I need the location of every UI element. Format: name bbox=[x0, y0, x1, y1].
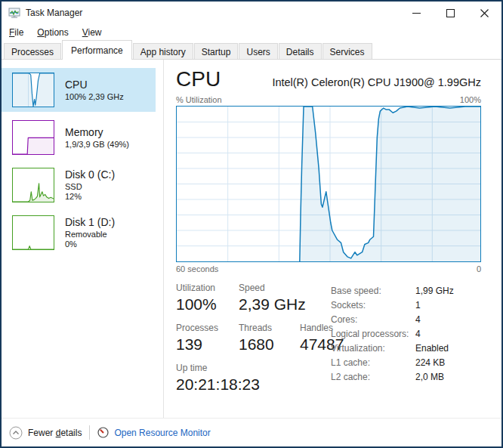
open-resource-monitor-link[interactable]: Open Resource Monitor bbox=[97, 427, 210, 438]
threads-label: Threads bbox=[239, 323, 300, 333]
sidebar-item-cpu[interactable]: CPU 100% 2,39 GHz bbox=[2, 68, 156, 112]
tab-users[interactable]: Users bbox=[239, 43, 277, 59]
virtualization-value: Enabled bbox=[415, 343, 454, 354]
sidebar-memory-title: Memory bbox=[65, 126, 129, 138]
window-title: Task Manager bbox=[26, 8, 82, 18]
task-manager-app-icon bbox=[8, 7, 20, 19]
performance-sidebar: CPU 100% 2,39 GHz Memory 1,9/3,9 GB (49%… bbox=[2, 60, 164, 418]
l2-cache-label: L2 cache: bbox=[331, 372, 415, 382]
uptime-value: 20:21:18:23 bbox=[176, 375, 331, 394]
cores-label: Cores: bbox=[331, 314, 415, 325]
sidebar-cpu-subtitle: 100% 2,39 GHz bbox=[65, 92, 124, 102]
cpu-spec-list: Base speed: 1,99 GHz Sockets: 1 Cores: 4… bbox=[331, 283, 454, 394]
footer-divider bbox=[89, 425, 90, 440]
speed-label: Speed bbox=[239, 283, 331, 293]
sidebar-item-memory[interactable]: Memory 1,9/3,9 GB (49%) bbox=[2, 116, 156, 159]
tab-services[interactable]: Services bbox=[322, 43, 372, 59]
disk0-sparkline bbox=[12, 168, 54, 202]
y-axis-label: % Utilization bbox=[176, 95, 222, 104]
cpu-sparkline bbox=[12, 73, 54, 107]
logical-processors-label: Logical processors: bbox=[331, 329, 415, 339]
processes-label: Processes bbox=[176, 323, 239, 333]
sockets-value: 1 bbox=[415, 300, 454, 311]
minimize-button[interactable] bbox=[400, 2, 434, 24]
cpu-utilization-chart[interactable] bbox=[176, 106, 481, 262]
task-manager-window: Task Manager File Options View Processes… bbox=[0, 0, 503, 448]
chevron-up-circle-icon bbox=[9, 426, 23, 440]
sidebar-disk1-type: Removable bbox=[65, 230, 115, 239]
sidebar-memory-subtitle: 1,9/3,9 GB (49%) bbox=[65, 140, 129, 150]
sidebar-disk1-usage: 0% bbox=[65, 239, 115, 249]
minimize-icon bbox=[412, 13, 421, 14]
l1-cache-value: 224 KB bbox=[415, 357, 454, 368]
uptime-label: Up time bbox=[176, 363, 331, 373]
speed-value: 2,39 GHz bbox=[239, 295, 331, 314]
disk1-sparkline bbox=[12, 215, 54, 250]
tab-strip: Processes Performance App history Startu… bbox=[2, 40, 501, 60]
tab-performance[interactable]: Performance bbox=[62, 40, 132, 60]
maximize-icon bbox=[446, 9, 455, 17]
utilization-value: 100% bbox=[176, 295, 239, 314]
sidebar-cpu-title: CPU bbox=[65, 79, 124, 91]
menu-options[interactable]: Options bbox=[30, 25, 75, 40]
l2-cache-value: 2,0 MB bbox=[415, 372, 454, 382]
x-axis-right-label: 0 bbox=[477, 264, 481, 273]
cpu-detail-panel: CPU Intel(R) Celeron(R) CPU J1900@ 1.99G… bbox=[164, 60, 501, 418]
tab-startup[interactable]: Startup bbox=[194, 43, 239, 59]
memory-sparkline bbox=[12, 120, 54, 155]
sidebar-disk0-usage: 12% bbox=[65, 192, 115, 202]
virtualization-label: Virtualization: bbox=[331, 343, 415, 354]
menu-view[interactable]: View bbox=[76, 25, 109, 40]
menubar: File Options View bbox=[2, 24, 501, 40]
fewer-details-button[interactable]: Fewer details bbox=[9, 426, 82, 440]
resource-monitor-icon bbox=[97, 427, 109, 438]
sidebar-disk1-title: Disk 1 (D:) bbox=[65, 216, 115, 228]
processes-value: 139 bbox=[176, 335, 239, 354]
logical-processors-value: 4 bbox=[415, 329, 454, 339]
close-icon bbox=[480, 9, 489, 17]
tab-processes[interactable]: Processes bbox=[4, 43, 61, 59]
menu-file[interactable]: File bbox=[2, 25, 30, 40]
processor-name: Intel(R) Celeron(R) CPU J1900@ 1.99GHz bbox=[272, 76, 481, 88]
sidebar-item-disk0[interactable]: Disk 0 (C:) SSD 12% bbox=[2, 163, 156, 207]
base-speed-value: 1,99 GHz bbox=[415, 286, 454, 296]
utilization-label: Utilization bbox=[176, 283, 239, 293]
tab-app-history[interactable]: App history bbox=[133, 43, 193, 59]
close-button[interactable] bbox=[468, 2, 501, 24]
sidebar-item-disk1[interactable]: Disk 1 (D:) Removable 0% bbox=[2, 211, 156, 255]
threads-value: 1680 bbox=[239, 335, 300, 354]
maximize-button[interactable] bbox=[434, 2, 468, 24]
base-speed-label: Base speed: bbox=[331, 286, 415, 296]
y-axis-max-label: 100% bbox=[460, 95, 481, 104]
x-axis-left-label: 60 seconds bbox=[176, 264, 218, 273]
l1-cache-label: L1 cache: bbox=[331, 357, 415, 368]
panel-title: CPU bbox=[176, 67, 221, 91]
sockets-label: Sockets: bbox=[331, 300, 415, 311]
sidebar-disk0-type: SSD bbox=[65, 182, 115, 192]
performance-pane: CPU 100% 2,39 GHz Memory 1,9/3,9 GB (49%… bbox=[2, 60, 501, 418]
cpu-stats: Utilization Speed 100% 2,39 GHz Processe… bbox=[176, 283, 485, 394]
sidebar-disk0-title: Disk 0 (C:) bbox=[65, 168, 115, 181]
titlebar[interactable]: Task Manager bbox=[2, 2, 501, 24]
tab-details[interactable]: Details bbox=[279, 43, 322, 59]
cores-value: 4 bbox=[415, 314, 454, 325]
footer-bar: Fewer details Open Resource Monitor bbox=[2, 418, 501, 446]
